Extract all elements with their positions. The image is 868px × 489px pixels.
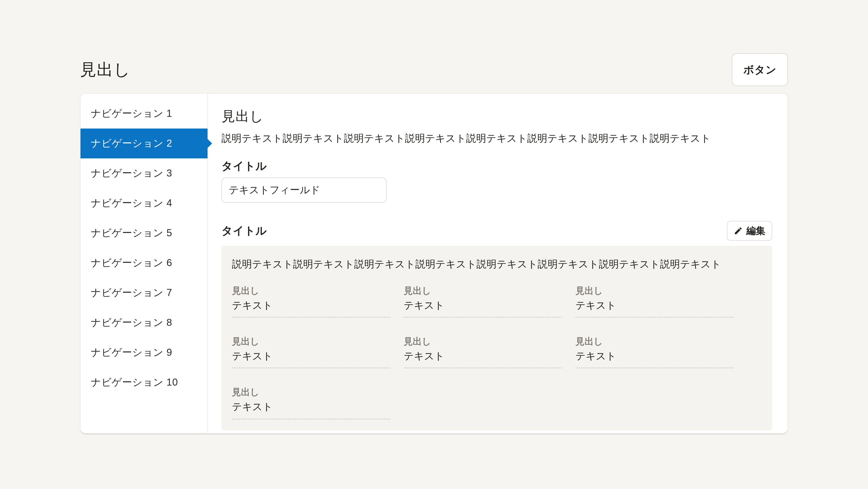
detail-item-label: 見出し <box>404 285 562 296</box>
detail-item-value: テキスト <box>576 350 734 362</box>
content-card: ナビゲーション 1ナビゲーション 2ナビゲーション 3ナビゲーション 4ナビゲー… <box>80 93 788 434</box>
detail-item-value: テキスト <box>576 299 734 311</box>
detail-item-label: 見出し <box>232 285 390 296</box>
content-heading: 見出し <box>221 108 772 124</box>
detail-item: 見出しテキスト <box>232 336 390 369</box>
page-background: { "header": { "title": "見出し", "button_la… <box>0 0 868 489</box>
detail-section-header: タイトル 編集 <box>221 221 772 241</box>
scale-wrapper: 見出し ボタン ナビゲーション 1ナビゲーション 2ナビゲーション 3ナビゲーシ… <box>0 0 868 489</box>
field-section-title: タイトル <box>221 159 772 173</box>
detail-item: 見出しテキスト <box>576 285 734 318</box>
detail-panel: 説明テキスト説明テキスト説明テキスト説明テキスト説明テキスト説明テキスト説明テキ… <box>221 246 772 430</box>
sidebar-item-2[interactable]: ナビゲーション 2 <box>81 128 208 159</box>
edit-button-label: 編集 <box>746 225 765 237</box>
detail-item-label: 見出し <box>232 336 390 347</box>
detail-item: 見出しテキスト <box>232 387 390 420</box>
detail-item-value: テキスト <box>232 299 390 311</box>
sidebar-item-3[interactable]: ナビゲーション 3 <box>81 159 208 188</box>
title-text-field[interactable] <box>221 177 386 203</box>
detail-section-title: タイトル <box>221 224 267 238</box>
detail-item-label: 見出し <box>232 387 390 398</box>
panel-description: 説明テキスト説明テキスト説明テキスト説明テキスト説明テキスト説明テキスト説明テキ… <box>232 258 762 271</box>
detail-item: 見出しテキスト <box>404 285 562 318</box>
detail-item: 見出しテキスト <box>232 285 390 318</box>
header-button[interactable]: ボタン <box>732 53 788 86</box>
detail-item-value: テキスト <box>232 401 390 413</box>
sidebar-item-6[interactable]: ナビゲーション 6 <box>81 248 208 278</box>
sidebar-item-4[interactable]: ナビゲーション 4 <box>81 188 208 218</box>
content-description: 説明テキスト説明テキスト説明テキスト説明テキスト説明テキスト説明テキスト説明テキ… <box>221 132 772 146</box>
main-content: 見出し 説明テキスト説明テキスト説明テキスト説明テキスト説明テキスト説明テキスト… <box>208 94 787 433</box>
sidebar-item-5[interactable]: ナビゲーション 5 <box>81 218 208 248</box>
sidebar-item-9[interactable]: ナビゲーション 9 <box>81 338 208 368</box>
sidebar-item-10[interactable]: ナビゲーション 10 <box>81 368 208 397</box>
header: 見出し ボタン <box>80 0 788 86</box>
detail-item-value: テキスト <box>232 350 390 362</box>
detail-item-value: テキスト <box>404 350 562 362</box>
pencil-icon <box>734 226 743 235</box>
detail-item-value: テキスト <box>404 299 562 311</box>
page: 見出し ボタン ナビゲーション 1ナビゲーション 2ナビゲーション 3ナビゲーシ… <box>0 0 868 489</box>
detail-item-label: 見出し <box>404 336 562 347</box>
detail-item: 見出しテキスト <box>576 336 734 369</box>
detail-item-label: 見出し <box>576 285 734 296</box>
detail-item-label: 見出し <box>576 336 734 347</box>
detail-grid: 見出しテキスト見出しテキスト見出しテキスト見出しテキスト見出しテキスト見出しテキ… <box>232 285 762 419</box>
page-title: 見出し <box>80 60 131 80</box>
edit-button[interactable]: 編集 <box>727 221 772 241</box>
sidebar-item-7[interactable]: ナビゲーション 7 <box>81 278 208 308</box>
sidebar-nav: ナビゲーション 1ナビゲーション 2ナビゲーション 3ナビゲーション 4ナビゲー… <box>81 94 208 433</box>
detail-item: 見出しテキスト <box>404 336 562 369</box>
sidebar-item-1[interactable]: ナビゲーション 1 <box>81 99 208 128</box>
sidebar-item-8[interactable]: ナビゲーション 8 <box>81 308 208 338</box>
